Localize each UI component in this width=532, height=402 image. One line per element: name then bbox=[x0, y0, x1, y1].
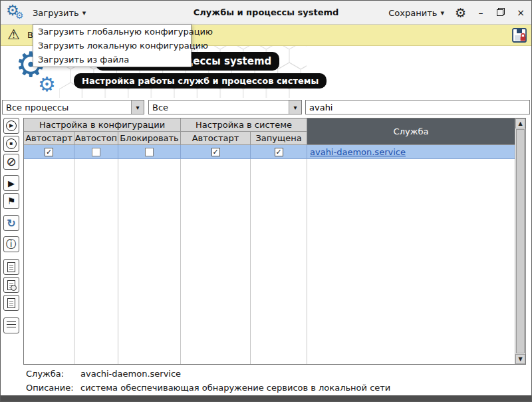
hero-subtitle: Настройка работы служб и процессов систе… bbox=[74, 73, 327, 89]
block-service-button[interactable]: ⊘ bbox=[3, 154, 19, 170]
scope-filter-value: Все bbox=[149, 102, 289, 112]
stop-service-button[interactable]: ■ bbox=[3, 136, 19, 152]
group-header-config: Настройка в конфигурации bbox=[24, 118, 181, 132]
column-header-system-running: Запущена bbox=[251, 132, 307, 145]
menu-item-load-global-config[interactable]: Загрузить глобальную конфигурацию bbox=[33, 25, 191, 39]
checkbox-config-autostop[interactable] bbox=[92, 148, 100, 156]
gear-icon: ⚙ bbox=[15, 10, 24, 21]
load-menu-popup: Загрузить глобальную конфигурацию Загруз… bbox=[33, 24, 192, 67]
column-header-config-block: Блокировать bbox=[118, 132, 181, 145]
refresh-icon: ↻ bbox=[7, 217, 15, 230]
report-icon bbox=[7, 298, 15, 308]
journal-icon bbox=[7, 280, 15, 290]
service-label: Служба: bbox=[26, 369, 80, 379]
save-menu-label: Сохранить bbox=[388, 8, 437, 18]
info-icon: ⓘ bbox=[6, 238, 17, 252]
maximize-button[interactable] bbox=[495, 7, 506, 18]
app-logo-gears-icon: ⚙ ⚙ bbox=[6, 3, 27, 23]
checkbox-config-block[interactable] bbox=[145, 148, 154, 156]
flag-icon: ⚑ bbox=[7, 196, 16, 206]
start-service-button[interactable]: ▶ bbox=[3, 118, 19, 134]
checkbox-system-autostart[interactable]: ✓ bbox=[211, 148, 220, 156]
warning-icon: ⚠ bbox=[7, 27, 20, 43]
process-filter-select[interactable]: Все процессы ▾ bbox=[2, 100, 144, 114]
app-window: ⚙ ⚙ Загрузить ▾ Службы и процессы system… bbox=[0, 0, 532, 402]
block-circle-icon: ⊘ bbox=[6, 156, 16, 168]
process-filter-value: Все процессы bbox=[3, 102, 131, 112]
info-button[interactable]: ⓘ bbox=[3, 236, 19, 252]
group-header-system: Настройка в системе bbox=[181, 118, 307, 132]
load-menu-button[interactable]: Загрузить ▾ bbox=[27, 1, 91, 25]
table-empty-area bbox=[24, 159, 515, 364]
save-menu-button[interactable]: Сохранить ▾ bbox=[387, 1, 446, 25]
menu-item-load-local-config[interactable]: Загрузить локальную конфигурацию bbox=[33, 39, 191, 53]
log-file-icon bbox=[7, 262, 15, 272]
log-button[interactable] bbox=[3, 259, 19, 275]
services-table: Настройка в конфигурации Настройка в сис… bbox=[23, 118, 526, 365]
column-header-system-autostart: Автостарт bbox=[181, 132, 251, 145]
description-value: система обеспечивающая обнаружение серви… bbox=[80, 383, 390, 393]
close-button[interactable]: × bbox=[515, 7, 526, 18]
scroll-down-button[interactable]: ▼ bbox=[515, 354, 525, 364]
titlebar: ⚙ ⚙ Загрузить ▾ Службы и процессы system… bbox=[1, 1, 531, 25]
scroll-up-button[interactable]: ▲ bbox=[515, 118, 525, 128]
minimize-button[interactable]: – bbox=[475, 7, 486, 18]
start-circle-icon: ▶ bbox=[6, 120, 17, 131]
caret-down-icon: ▾ bbox=[82, 9, 86, 17]
window-bottom-edge bbox=[1, 395, 531, 401]
description-label: Описание: bbox=[26, 383, 80, 393]
filters-bar: Все процессы ▾ Все ▾ bbox=[1, 98, 531, 116]
report-button[interactable] bbox=[3, 295, 19, 311]
stop-circle-icon: ■ bbox=[6, 138, 17, 149]
table-row[interactable]: ✓ ✓ ✓ avahi-daemon.service bbox=[24, 145, 515, 159]
scroll-thumb[interactable] bbox=[516, 129, 525, 353]
menu-item-load-from-file[interactable]: Загрузить из файла bbox=[33, 53, 191, 67]
service-link[interactable]: avahi-daemon.service bbox=[310, 147, 406, 157]
vertical-scrollbar[interactable]: ▲ ▼ bbox=[515, 118, 525, 364]
left-toolbar: ▶ ■ ⊘ ▶ ⚑ ↻ ⓘ bbox=[3, 118, 21, 333]
save-locked-icon[interactable] bbox=[511, 27, 527, 43]
checkbox-system-running[interactable]: ✓ bbox=[275, 148, 283, 156]
list-icon bbox=[7, 321, 16, 329]
gear-icon: ⚙ bbox=[38, 73, 56, 96]
service-value: avachi-daemon.service bbox=[80, 369, 181, 379]
scope-filter-select[interactable]: Все ▾ bbox=[148, 100, 302, 114]
column-header-service: Служба bbox=[307, 118, 515, 145]
flag-button[interactable]: ⚑ bbox=[3, 193, 19, 209]
titlebar-right-cluster: Сохранить ▾ ⚙ – × bbox=[387, 1, 526, 25]
checkbox-config-autostart[interactable]: ✓ bbox=[45, 148, 53, 156]
dropdown-arrow-icon: ▾ bbox=[289, 100, 301, 114]
run-button[interactable]: ▶ bbox=[3, 175, 19, 191]
refresh-button[interactable]: ↻ bbox=[3, 215, 19, 231]
dropdown-arrow-icon: ▾ bbox=[131, 100, 144, 114]
column-header-config-autostart: Автостарт bbox=[24, 132, 74, 145]
load-menu-label: Загрузить bbox=[33, 8, 79, 18]
journal-button[interactable] bbox=[3, 277, 19, 293]
settings-gear-icon[interactable]: ⚙ bbox=[455, 7, 466, 19]
details-panel: Служба: avachi-daemon.service Описание: … bbox=[26, 369, 390, 397]
table-header: Настройка в конфигурации Настройка в сис… bbox=[24, 118, 515, 145]
caret-down-icon: ▾ bbox=[440, 9, 444, 17]
list-button[interactable] bbox=[3, 317, 19, 333]
play-icon: ▶ bbox=[8, 178, 15, 188]
search-input[interactable] bbox=[305, 100, 530, 114]
column-header-config-autostop: Автостоп bbox=[74, 132, 118, 145]
restore-icon bbox=[497, 8, 505, 16]
